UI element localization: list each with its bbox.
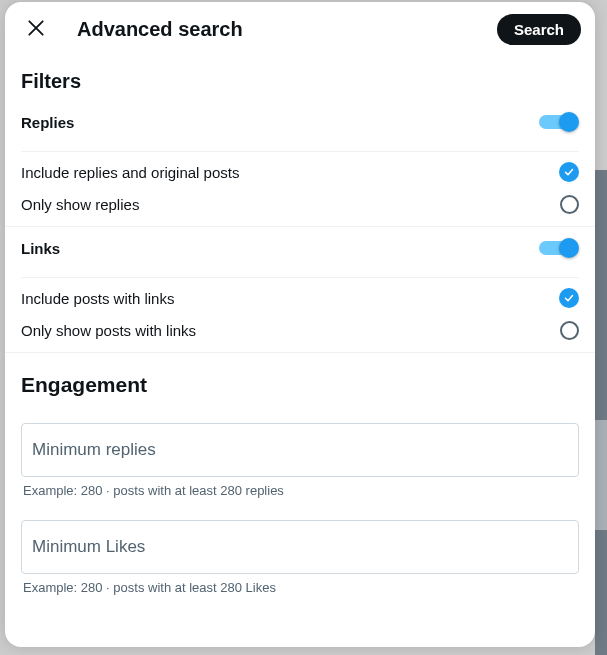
toggle-thumb bbox=[559, 238, 579, 258]
radio-checked-icon bbox=[559, 162, 579, 182]
modal-title: Advanced search bbox=[77, 18, 473, 41]
filters-heading: Filters bbox=[21, 56, 579, 101]
engagement-heading: Engagement bbox=[21, 353, 579, 413]
background-scrollbar-thumb-hint bbox=[595, 420, 607, 530]
min-replies-input[interactable]: Minimum replies bbox=[21, 423, 579, 477]
replies-toggle[interactable] bbox=[539, 111, 579, 133]
input-placeholder: Minimum replies bbox=[32, 440, 568, 460]
radio-unchecked-icon bbox=[560, 321, 579, 340]
option-label: Only show posts with links bbox=[21, 322, 196, 339]
option-label: Only show replies bbox=[21, 196, 139, 213]
links-include-row[interactable]: Include posts with links bbox=[21, 282, 579, 314]
replies-group-header: Replies bbox=[21, 101, 579, 143]
replies-include-row[interactable]: Include replies and original posts bbox=[21, 156, 579, 188]
search-button[interactable]: Search bbox=[497, 14, 581, 45]
min-likes-input[interactable]: Minimum Likes bbox=[21, 520, 579, 574]
min-replies-hint: Example: 280 · posts with at least 280 r… bbox=[21, 477, 579, 498]
divider bbox=[21, 151, 579, 152]
links-toggle[interactable] bbox=[539, 237, 579, 259]
replies-only-row[interactable]: Only show replies bbox=[21, 188, 579, 220]
toggle-thumb bbox=[559, 112, 579, 132]
links-group-header: Links bbox=[21, 227, 579, 269]
links-include-radio[interactable] bbox=[559, 288, 579, 308]
links-label: Links bbox=[21, 240, 60, 257]
background-scrollbar-hint bbox=[595, 170, 607, 655]
close-button[interactable] bbox=[19, 12, 53, 46]
modal-body: Filters Replies Include replies and orig… bbox=[5, 56, 595, 647]
input-placeholder: Minimum Likes bbox=[32, 537, 568, 557]
close-icon bbox=[26, 18, 46, 41]
option-label: Include posts with links bbox=[21, 290, 174, 307]
replies-label: Replies bbox=[21, 114, 74, 131]
divider bbox=[21, 277, 579, 278]
min-likes-hint: Example: 280 · posts with at least 280 L… bbox=[21, 574, 579, 595]
modal-header: Advanced search Search bbox=[5, 2, 595, 56]
links-only-row[interactable]: Only show posts with links bbox=[21, 314, 579, 346]
replies-only-radio[interactable] bbox=[559, 194, 579, 214]
replies-include-radio[interactable] bbox=[559, 162, 579, 182]
radio-checked-icon bbox=[559, 288, 579, 308]
radio-unchecked-icon bbox=[560, 195, 579, 214]
advanced-search-modal: Advanced search Search Filters Replies I… bbox=[5, 2, 595, 647]
option-label: Include replies and original posts bbox=[21, 164, 239, 181]
links-only-radio[interactable] bbox=[559, 320, 579, 340]
